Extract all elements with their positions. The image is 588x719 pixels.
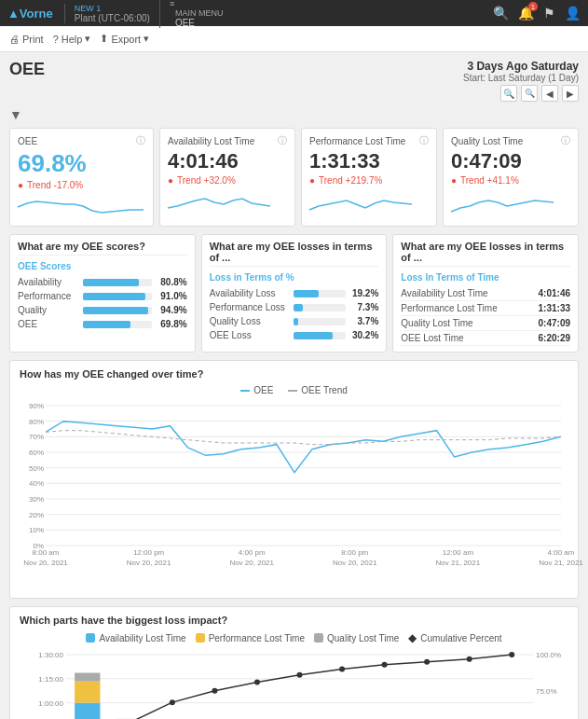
svg-text:30%: 30% [29,495,44,504]
oee-score-row: Quality 94.9% [18,303,187,317]
svg-point-102 [382,662,388,668]
svg-text:1:00:00: 1:00:00 [38,699,63,708]
page-header: OEE 3 Days Ago Saturday Start: Last Satu… [9,60,579,102]
filter-icon[interactable]: ▼ [9,107,22,122]
parts-chart-card: Which parts have the biggest loss impact… [9,606,579,719]
kpi-perf-sparkline [309,189,429,215]
help-button[interactable]: ? Help ▾ [53,33,91,45]
zoom-in-button[interactable]: 🔍 [500,85,517,102]
oee-scores-label: OEE Scores [18,261,187,271]
info-icon-qual[interactable]: ⓘ [561,134,570,147]
loss-bar-bg [294,290,347,297]
loss-bar-bg [294,332,347,339]
panel-oee-scores: What are my OEE scores? OEE Scores Avail… [9,234,196,353]
info-icon-avail[interactable]: ⓘ [278,134,287,147]
kpi-avail-trend: ● Trend +32.0% [168,175,287,186]
svg-text:100.0%: 100.0% [536,651,561,659]
bell-icon[interactable]: 🔔1 [518,6,534,21]
top-nav: ▲Vorne NEW 1 Plant (UTC-06:00) ≡ MAIN ME… [0,0,588,26]
date-label: 3 Days Ago Saturday [463,60,579,73]
kpi-qual: Quality Lost Time ⓘ 0:47:09 ● Trend +41.… [443,128,579,227]
trend-dot: ● [18,180,23,190]
logo: ▲Vorne [7,7,53,21]
info-icon-perf[interactable]: ⓘ [419,134,429,147]
parts-legend-item: Performance Lost Time [196,631,305,644]
oee-chart-legend: OEE OEE Trend [20,385,568,395]
score-bar-fill [83,293,145,300]
score-bar-bg [83,293,152,300]
svg-text:70%: 70% [29,433,44,441]
svg-text:80%: 80% [29,418,44,426]
trend-dot-avail: ● [168,175,173,186]
score-bar-bg [83,307,152,314]
score-bar-fill [83,307,148,314]
nav-actions: 🔍 🔔1 ⚑ 👤 [493,6,581,21]
prev-button[interactable]: ◀ [541,85,558,102]
parts-legend-item: ◆Cumulative Percent [408,631,501,644]
loss-pct-rows: Availability Loss 19.2% Performance Loss… [210,286,379,342]
user-icon[interactable]: 👤 [565,6,581,21]
menu-sub: OEE [175,18,224,28]
panel-loss-time-title: What are my OEE losses in terms of ... [401,241,570,267]
kpi-perf: Performance Lost Time ⓘ 1:31:33 ● Trend … [301,128,437,227]
filter-bar: ▼ [9,107,579,122]
kpi-avail: Availability Lost Time ⓘ 4:01:46 ● Trend… [159,128,295,227]
legend-oee: OEE [240,385,273,395]
kpi-oee-title: OEE ⓘ [18,134,145,147]
legend-oee-label: OEE [253,385,273,395]
kpi-avail-value: 4:01:46 [168,149,287,173]
export-chevron: ▾ [144,33,149,45]
main-content: OEE 3 Days Ago Saturday Start: Last Satu… [0,52,588,719]
score-bar-fill [83,279,139,286]
export-button[interactable]: ⬆ Export ▾ [100,33,149,45]
print-button[interactable]: 🖨 Print [9,34,44,45]
flag-icon[interactable]: ⚑ [543,6,555,21]
score-bar-bg [83,279,152,286]
loss-bar-bg [294,318,347,325]
svg-text:90%: 90% [29,402,44,410]
loss-time-row: OEE Lost Time 6:20:29 [401,331,570,346]
kpi-avail-sparkline [168,189,287,215]
next-button[interactable]: ▶ [562,85,579,102]
svg-text:Nov 20, 2021: Nov 20, 2021 [23,559,68,567]
kpi-perf-title: Performance Lost Time ⓘ [309,134,429,147]
svg-point-104 [467,657,472,662]
legend-trend-dot [288,390,297,392]
svg-rect-52 [75,682,100,703]
loss-time-row: Performance Lost Time 1:31:33 [401,301,570,316]
kpi-qual-sparkline [451,189,570,215]
zoom-out-button[interactable]: 🔍 [521,85,538,102]
print-label: Print [22,34,44,45]
loss-pct-row: OEE Loss 30.2% [210,328,379,342]
svg-text:12:00 pm: 12:00 pm [133,548,165,557]
svg-text:Nov 20, 2021: Nov 20, 2021 [229,559,274,567]
svg-point-103 [424,659,430,665]
oee-chart-svg-wrap: 0%10%20%30%40%50%60%70%80%90%8:00 amNov … [20,401,568,590]
svg-text:75.0%: 75.0% [536,687,557,696]
svg-text:50%: 50% [29,464,44,473]
plant-tab[interactable]: NEW 1 Plant (UTC-06:00) [64,4,150,23]
loss-bar-bg [294,304,347,311]
kpi-oee-trend: ● Trend -17.0% [18,180,145,190]
parts-legend: Availability Lost TimePerformance Lost T… [20,631,568,644]
loss-pct-label: Loss in Terms of % [210,272,379,283]
kpi-qual-trend: ● Trend +41.1% [451,175,570,186]
parts-chart-title: Which parts have the biggest loss impact… [20,615,568,626]
search-icon[interactable]: 🔍 [493,6,509,21]
panels-row: What are my OEE scores? OEE Scores Avail… [9,234,579,353]
export-label: Export [111,34,141,45]
kpi-oee-sparkline [18,194,145,220]
score-bar-fill [83,321,130,328]
svg-rect-53 [75,673,100,682]
loss-pct-row: Performance Loss 7.3% [210,300,379,314]
page-title: OEE [9,60,45,79]
svg-point-105 [509,652,514,657]
loss-pct-row: Availability Loss 19.2% [210,286,379,300]
svg-text:20%: 20% [29,511,44,519]
svg-point-99 [254,679,260,684]
legend-oee-dot [240,390,250,392]
loss-time-rows: Availability Lost Time 4:01:46 Performan… [401,286,570,346]
bell-badge: 1 [528,2,538,11]
info-icon[interactable]: ⓘ [136,134,145,147]
main-menu[interactable]: ≡ MAIN MENU OEE [159,0,224,28]
